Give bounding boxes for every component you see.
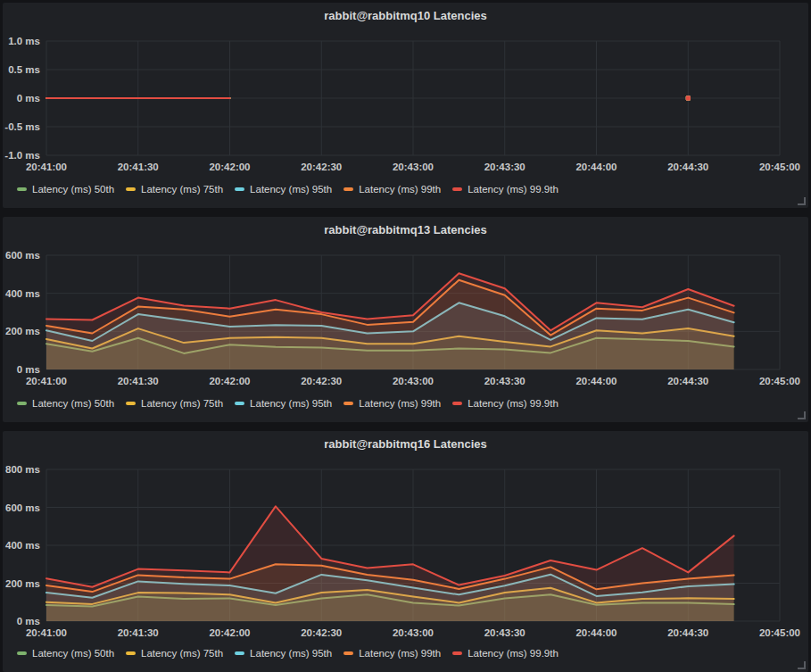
legend-item-latency-ms-75th[interactable]: Latency (ms) 75th (126, 184, 223, 195)
y-tick-label: 400 ms (5, 288, 40, 299)
y-tick-label: 600 ms (5, 502, 40, 513)
legend: Latency (ms) 50thLatency (ms) 75thLatenc… (17, 184, 559, 195)
panel-resize-handle[interactable] (798, 411, 806, 419)
panel-title[interactable]: rabbit@rabbitmq13 Latencies (3, 223, 808, 236)
y-tick-label: 800 ms (5, 464, 40, 475)
legend-item-latency-ms-75th[interactable]: Latency (ms) 75th (126, 398, 223, 409)
y-tick-label: -0.5 ms (4, 121, 40, 132)
legend-label: Latency (ms) 99th (359, 648, 441, 659)
legend-color-dash (126, 651, 136, 655)
dashboard: rabbit@rabbitmq10 Latencies 1.0 ms0.5 ms… (0, 0, 811, 672)
legend-item-latency-ms-95th[interactable]: Latency (ms) 95th (235, 184, 332, 195)
y-tick-label: 200 ms (5, 578, 40, 589)
x-tick-label: 20:44:00 (575, 162, 617, 172)
legend-label: Latency (ms) 99th (359, 184, 441, 195)
x-tick-label: 20:41:30 (118, 162, 159, 172)
panel-resize-handle[interactable] (798, 661, 806, 669)
x-tick-label: 20:44:30 (667, 376, 708, 386)
legend-color-dash (343, 402, 353, 405)
legend-label: Latency (ms) 99.9th (468, 184, 559, 195)
legend-label: Latency (ms) 99.9th (468, 648, 559, 659)
panel-title[interactable]: rabbit@rabbitmq16 Latencies (3, 437, 808, 451)
legend-label: Latency (ms) 50th (32, 184, 114, 195)
x-tick-label: 20:43:30 (484, 376, 525, 386)
x-tick-label: 20:41:30 (118, 376, 159, 386)
legend-item-latency-ms-50th[interactable]: Latency (ms) 50th (17, 398, 114, 409)
x-tick-label: 20:43:00 (393, 627, 434, 638)
legend-label: Latency (ms) 99th (359, 398, 441, 409)
legend-item-latency-ms-99th[interactable]: Latency (ms) 99th (343, 398, 441, 409)
x-tick-label: 20:42:30 (301, 627, 342, 638)
latency-graph-rabbitmq10[interactable]: 1.0 ms0.5 ms0 ms-0.5 ms-1.0 ms20:41:0020… (3, 3, 808, 208)
legend-label: Latency (ms) 75th (141, 398, 223, 409)
panel-resize-handle[interactable] (798, 197, 806, 205)
legend: Latency (ms) 50thLatency (ms) 75thLatenc… (17, 648, 559, 659)
y-tick-label: 1.0 ms (8, 36, 40, 46)
legend-item-latency-ms-99th[interactable]: Latency (ms) 99th (343, 184, 441, 195)
legend-color-dash (235, 651, 244, 655)
series-fill-latency-ms-99-9th (46, 273, 734, 369)
latency-graph-rabbitmq13[interactable]: 600 ms400 ms200 ms0 ms20:41:0020:41:3020… (3, 217, 808, 422)
x-tick-label: 20:44:30 (667, 162, 708, 172)
y-tick-label: -1.0 ms (4, 150, 40, 161)
panel-rabbitmq13-latencies: rabbit@rabbitmq13 Latencies 600 ms400 ms… (3, 217, 808, 422)
legend-label: Latency (ms) 75th (141, 648, 223, 659)
legend-label: Latency (ms) 50th (32, 648, 114, 659)
legend-label: Latency (ms) 99.9th (468, 398, 559, 409)
y-tick-label: 0 ms (17, 364, 40, 375)
latency-graph-rabbitmq16[interactable]: 800 ms600 ms400 ms200 ms0 ms20:41:0020:4… (3, 431, 808, 672)
series-point-latency-ms-99-9th (686, 96, 691, 101)
legend-item-latency-ms-95th[interactable]: Latency (ms) 95th (235, 398, 332, 409)
y-tick-label: 0 ms (17, 616, 40, 626)
x-tick-label: 20:42:30 (301, 162, 342, 172)
y-tick-label: 600 ms (5, 250, 40, 261)
legend-item-latency-ms-99-9th[interactable]: Latency (ms) 99.9th (452, 648, 559, 659)
x-tick-label: 20:43:30 (484, 162, 525, 172)
legend-item-latency-ms-99-9th[interactable]: Latency (ms) 99.9th (452, 398, 559, 409)
x-tick-label: 20:44:00 (575, 627, 617, 638)
legend-color-dash (343, 651, 353, 655)
y-tick-label: 0.5 ms (8, 64, 40, 75)
x-tick-label: 20:43:00 (393, 162, 434, 172)
x-tick-label: 20:45:00 (759, 162, 800, 172)
x-tick-label: 20:41:00 (26, 162, 67, 172)
x-tick-label: 20:42:00 (209, 627, 250, 638)
x-tick-label: 20:44:30 (667, 627, 708, 638)
legend-label: Latency (ms) 75th (141, 184, 223, 195)
y-tick-label: 0 ms (17, 93, 40, 104)
legend-item-latency-ms-99-9th[interactable]: Latency (ms) 99.9th (452, 184, 559, 195)
x-tick-label: 20:41:30 (118, 627, 159, 638)
x-tick-label: 20:45:00 (759, 376, 800, 386)
legend-color-dash (126, 187, 136, 191)
panel-title[interactable]: rabbit@rabbitmq10 Latencies (3, 9, 808, 22)
legend-color-dash (17, 402, 27, 405)
legend-item-latency-ms-99th[interactable]: Latency (ms) 99th (343, 648, 441, 659)
series-fill-latency-ms-99-9th (46, 506, 734, 621)
legend-color-dash (235, 187, 244, 191)
x-tick-label: 20:42:00 (209, 162, 250, 172)
legend-color-dash (452, 402, 462, 405)
x-tick-label: 20:43:30 (484, 627, 525, 638)
legend-item-latency-ms-50th[interactable]: Latency (ms) 50th (17, 648, 114, 659)
legend-label: Latency (ms) 95th (250, 398, 332, 409)
legend-item-latency-ms-95th[interactable]: Latency (ms) 95th (235, 648, 332, 659)
legend-color-dash (452, 187, 462, 191)
legend-color-dash (17, 651, 27, 655)
x-tick-label: 20:45:00 (759, 627, 800, 638)
legend-item-latency-ms-75th[interactable]: Latency (ms) 75th (126, 648, 223, 659)
x-tick-label: 20:44:00 (575, 376, 617, 386)
legend-color-dash (452, 651, 462, 655)
legend-label: Latency (ms) 95th (250, 184, 332, 195)
legend-color-dash (126, 402, 136, 405)
x-tick-label: 20:41:00 (26, 376, 67, 386)
legend-color-dash (235, 402, 244, 405)
legend-label: Latency (ms) 95th (250, 648, 332, 659)
panel-rabbitmq10-latencies: rabbit@rabbitmq10 Latencies 1.0 ms0.5 ms… (3, 3, 808, 208)
legend-item-latency-ms-50th[interactable]: Latency (ms) 50th (17, 184, 114, 195)
legend-color-dash (343, 187, 353, 191)
legend: Latency (ms) 50thLatency (ms) 75thLatenc… (17, 398, 559, 409)
legend-label: Latency (ms) 50th (32, 398, 114, 409)
x-tick-label: 20:42:30 (301, 376, 342, 386)
x-tick-label: 20:41:00 (26, 627, 67, 638)
x-tick-label: 20:43:00 (393, 376, 434, 386)
